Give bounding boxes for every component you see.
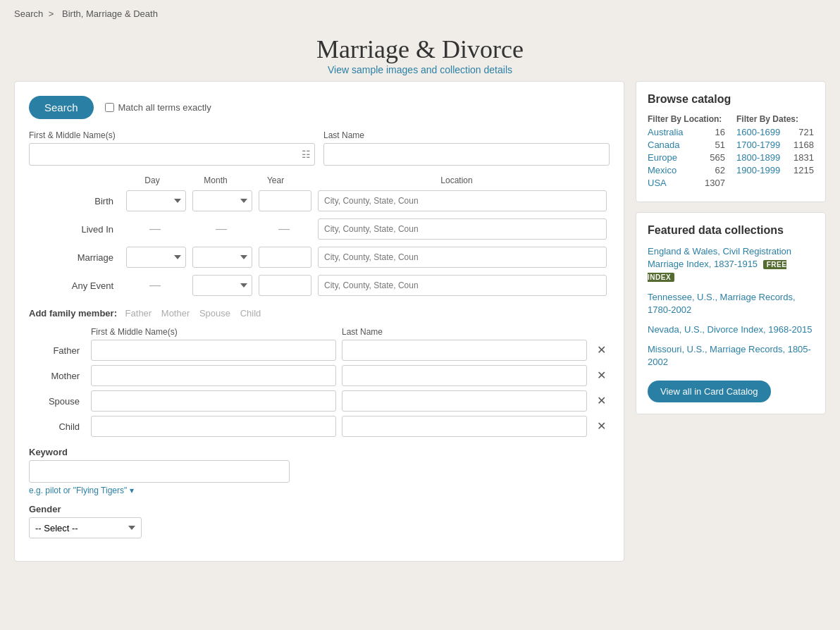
father-last-input[interactable]	[342, 340, 587, 361]
usa-link[interactable]: USA	[648, 178, 667, 188]
marriage-month-select[interactable]	[192, 247, 252, 268]
dates-1900-link[interactable]: 1900-1999	[736, 165, 780, 175]
mexico-count: 62	[715, 165, 725, 175]
location-europe: Europe 565	[648, 152, 725, 163]
events-rows: Birth	[29, 188, 610, 298]
mexico-link[interactable]: Mexico	[648, 165, 677, 175]
location-canada: Canada 51	[648, 140, 725, 150]
keyword-hint[interactable]: e.g. pilot or "Flying Tigers" ▾	[29, 486, 610, 495]
marriage-month-cell	[190, 245, 253, 270]
location-australia: Australia 16	[648, 127, 725, 137]
anyevent-year-input[interactable]	[259, 275, 311, 296]
dates-filter-label: Filter By Dates:	[736, 114, 814, 124]
dates-filter-col: Filter By Dates: 1600-1699 721 1700-1799…	[736, 114, 814, 190]
featured-missouri-link[interactable]: Missouri, U.S., Marriage Records, 1805-2…	[648, 343, 814, 369]
dates-1900: 1900-1999 1215	[736, 165, 814, 175]
dates-1600: 1600-1699 721	[736, 127, 814, 137]
marriage-year-input[interactable]	[259, 247, 311, 268]
breadcrumb-separator: >	[49, 8, 54, 19]
remove-mother-button[interactable]: ✕	[593, 370, 610, 381]
family-member-headers: First & Middle Name(s) Last Name	[29, 327, 610, 337]
father-first-input[interactable]	[91, 340, 336, 361]
canada-link[interactable]: Canada	[648, 140, 680, 150]
dates-1800-count: 1831	[793, 152, 814, 163]
livedin-month-cell: —	[190, 221, 253, 237]
gender-select[interactable]: -- Select -- Male Female	[29, 517, 142, 538]
page-subtitle: View sample images and collection detail…	[0, 64, 840, 75]
last-name-group: Last Name	[323, 130, 610, 166]
usa-count: 1307	[705, 178, 725, 188]
europe-link[interactable]: Europe	[648, 152, 677, 163]
mother-last-input[interactable]	[342, 365, 587, 386]
anyevent-label: Any Event	[29, 276, 121, 295]
child-first-input[interactable]	[91, 416, 336, 437]
view-catalog-button[interactable]: View all in Card Catalog	[648, 381, 771, 402]
gender-label: Gender	[29, 504, 610, 514]
spouse-first-input[interactable]	[91, 390, 336, 412]
catalog-box: Browse catalog Filter By Location: Austr…	[636, 81, 826, 202]
anyevent-location-cell	[315, 273, 610, 298]
dates-1700-link[interactable]: 1700-1799	[736, 140, 780, 150]
canada-count: 51	[715, 140, 725, 150]
breadcrumb-search[interactable]: Search	[14, 8, 43, 19]
birth-day-cell	[123, 188, 187, 214]
anyevent-day-cell: —	[123, 277, 187, 294]
location-filter-label: Filter By Location:	[648, 114, 725, 124]
anyevent-row: Any Event —	[29, 273, 610, 298]
event-headers: Day Month Year Location	[29, 175, 610, 187]
spouse-last-input[interactable]	[342, 390, 587, 412]
dates-1800-link[interactable]: 1800-1899	[736, 152, 780, 163]
match-exact-checkbox[interactable]	[105, 103, 114, 112]
livedin-location-input[interactable]	[318, 218, 607, 240]
first-name-input-wrapper: ☷	[29, 143, 315, 166]
featured-tennessee-link[interactable]: Tennessee, U.S., Marriage Records, 1780-…	[648, 291, 814, 316]
keyword-label: Keyword	[29, 447, 610, 457]
family-member-grid: Father ✕ Mother ✕ Spouse ✕ Child ✕	[29, 340, 610, 437]
mother-first-input[interactable]	[91, 365, 336, 386]
remove-child-button[interactable]: ✕	[593, 421, 610, 432]
last-name-label: Last Name	[323, 130, 610, 140]
family-last-header: Last Name	[342, 327, 587, 337]
marriage-location-input[interactable]	[318, 247, 607, 268]
remove-father-button[interactable]: ✕	[593, 345, 610, 356]
birth-year-input[interactable]	[259, 190, 311, 211]
add-father-link[interactable]: Father	[125, 308, 152, 319]
birth-month-select[interactable]	[192, 190, 252, 211]
livedin-day-cell: —	[123, 221, 187, 237]
featured-title: Featured data collections	[648, 224, 814, 237]
add-mother-link[interactable]: Mother	[161, 308, 190, 319]
livedin-row: Lived In — — —	[29, 216, 610, 242]
year-header: Year	[247, 175, 304, 187]
anyevent-month-select[interactable]	[192, 275, 252, 296]
location-usa: USA 1307	[648, 178, 725, 188]
livedin-year-cell: —	[256, 221, 312, 237]
first-name-label: First & Middle Name(s)	[29, 130, 315, 140]
catalog-title: Browse catalog	[648, 93, 814, 106]
search-button[interactable]: Search	[29, 96, 94, 119]
keyword-input[interactable]	[29, 460, 290, 483]
remove-spouse-button[interactable]: ✕	[593, 395, 610, 407]
featured-nevada-link[interactable]: Nevada, U.S., Divorce Index, 1968-2015	[648, 323, 814, 336]
last-name-input[interactable]	[323, 143, 610, 166]
livedin-location-cell	[315, 216, 610, 242]
marriage-day-select[interactable]	[126, 247, 186, 268]
match-exact-label: Match all terms exactly	[105, 102, 211, 113]
featured-england-link[interactable]: England & Wales, Civil Registration Marr…	[648, 245, 814, 284]
anyevent-location-input[interactable]	[318, 275, 607, 296]
birth-location-input[interactable]	[318, 190, 607, 211]
birth-day-select[interactable]	[126, 190, 186, 211]
australia-link[interactable]: Australia	[648, 127, 684, 137]
keyword-section: Keyword e.g. pilot or "Flying Tigers" ▾	[29, 447, 610, 495]
add-family-section: Add family member: Father Mother Spouse …	[29, 308, 610, 319]
first-name-input[interactable]	[29, 143, 315, 166]
dates-1600-link[interactable]: 1600-1699	[736, 127, 780, 137]
child-last-input[interactable]	[342, 416, 587, 437]
anyevent-month-cell	[190, 273, 253, 298]
marriage-year-cell	[256, 245, 312, 270]
main-container: Search Match all terms exactly First & M…	[0, 81, 840, 576]
sample-images-link[interactable]: View sample images and collection detail…	[328, 64, 512, 75]
add-spouse-link[interactable]: Spouse	[199, 308, 230, 319]
add-child-link[interactable]: Child	[240, 308, 261, 319]
marriage-row: Marriage	[29, 245, 610, 270]
add-family-label: Add family member:	[29, 308, 117, 319]
